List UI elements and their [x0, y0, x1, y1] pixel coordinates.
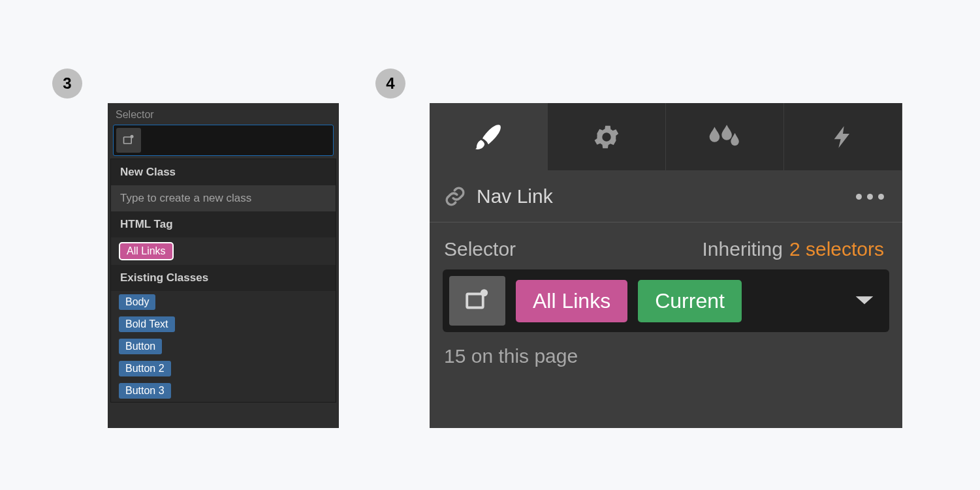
- svg-rect-2: [467, 294, 483, 308]
- selector-heading-row: Selector Inheriting 2 selectors: [430, 222, 902, 269]
- existing-class-row[interactable]: Bold Text: [111, 313, 336, 335]
- link-icon: [444, 185, 466, 207]
- existing-class-row[interactable]: Button 3: [111, 380, 336, 402]
- class-tag-button[interactable]: Button: [119, 339, 162, 354]
- inheriting-count[interactable]: 2 selectors: [789, 238, 884, 260]
- selector-dropdown: New Class Type to create a new class HTM…: [110, 159, 336, 403]
- step-badge-3: 3: [52, 69, 82, 99]
- group-title-html-tag: HTML Tag: [111, 211, 336, 237]
- group-title-existing-classes: Existing Classes: [111, 265, 336, 291]
- svg-rect-0: [124, 137, 132, 144]
- html-tag-row[interactable]: All Links: [111, 237, 336, 265]
- tab-settings[interactable]: [548, 103, 666, 171]
- selector-tag-current[interactable]: Current: [638, 280, 742, 322]
- new-class-hint[interactable]: Type to create a new class: [111, 185, 336, 211]
- class-tag-button-2[interactable]: Button 2: [119, 361, 171, 376]
- dot-icon: [856, 194, 862, 200]
- selector-field[interactable]: All Links Current: [443, 269, 889, 332]
- svg-point-1: [131, 135, 134, 138]
- element-name: Nav Link: [477, 185, 846, 207]
- selector-page-count: 15 on this page: [430, 332, 902, 367]
- states-icon: [464, 287, 491, 314]
- selector-label: Selector: [444, 238, 516, 260]
- dot-icon: [867, 194, 873, 200]
- selector-dropdown-panel: Selector New Class Type to create a new …: [108, 103, 339, 428]
- tab-effects[interactable]: [666, 103, 784, 171]
- states-button[interactable]: [116, 128, 141, 153]
- existing-class-row[interactable]: Body: [111, 291, 336, 313]
- selector-label: Selector: [108, 104, 339, 125]
- states-icon: [122, 134, 135, 147]
- chevron-down-icon: [854, 294, 875, 307]
- inheriting-label[interactable]: Inheriting: [703, 238, 783, 260]
- states-button[interactable]: [449, 276, 505, 326]
- panel-tabs: [430, 103, 902, 171]
- style-panel: Nav Link Selector Inheriting 2 selectors…: [430, 103, 902, 428]
- droplets-icon: [706, 123, 743, 151]
- class-tag-bold-text[interactable]: Bold Text: [119, 316, 175, 332]
- selector-tag-all-links[interactable]: All Links: [516, 280, 627, 322]
- existing-class-row[interactable]: Button: [111, 335, 336, 358]
- tab-interactions[interactable]: [784, 103, 902, 171]
- tab-style[interactable]: [430, 103, 548, 171]
- tag-all-links[interactable]: All Links: [119, 242, 174, 260]
- group-title-new-class: New Class: [111, 159, 336, 185]
- selector-input[interactable]: [113, 125, 334, 156]
- existing-class-row[interactable]: Button 2: [111, 358, 336, 380]
- class-tag-button-3[interactable]: Button 3: [119, 383, 171, 399]
- lightning-icon: [830, 121, 856, 153]
- more-button[interactable]: [856, 194, 884, 200]
- class-tag-body[interactable]: Body: [119, 294, 155, 310]
- svg-point-3: [481, 289, 488, 296]
- state-dropdown-button[interactable]: [854, 294, 875, 307]
- brush-icon: [471, 119, 506, 155]
- dot-icon: [878, 194, 884, 200]
- gear-icon: [592, 122, 622, 152]
- step-badge-4: 4: [375, 69, 405, 99]
- element-header: Nav Link: [430, 171, 902, 222]
